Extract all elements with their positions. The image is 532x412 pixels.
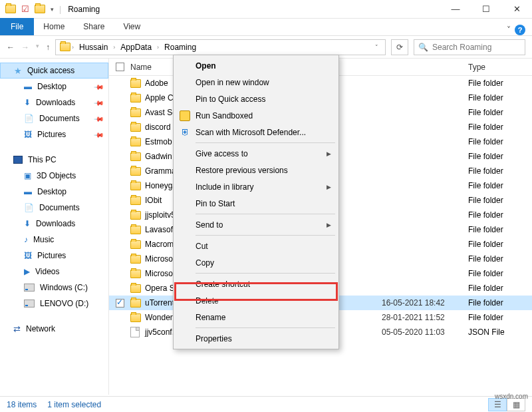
back-button[interactable]: ← bbox=[7, 43, 15, 52]
search-input[interactable]: 🔍 Search Roaming bbox=[414, 39, 525, 55]
folder-icon bbox=[130, 182, 141, 190]
ctx-send-to[interactable]: Send to▶ bbox=[176, 216, 336, 233]
ctx-sandbox[interactable]: Run Sandboxed bbox=[176, 107, 336, 124]
file-type: File folder bbox=[468, 166, 503, 176]
videos-icon: ▶ bbox=[24, 267, 30, 276]
file-type: File folder bbox=[468, 181, 503, 190]
folder-icon bbox=[130, 138, 141, 146]
sidebar-item-desktop[interactable]: ▬Desktop📌 bbox=[0, 79, 108, 95]
file-type: File folder bbox=[468, 225, 503, 234]
pin-icon: 📌 bbox=[94, 97, 104, 108]
drive-icon bbox=[24, 300, 35, 308]
sidebar-network[interactable]: ⇄Network bbox=[0, 321, 108, 337]
file-type: File folder bbox=[468, 152, 503, 161]
select-all-checkbox[interactable] bbox=[116, 63, 124, 71]
file-name: Adobe bbox=[145, 79, 168, 88]
file-type: File folder bbox=[468, 284, 503, 293]
pictures-icon: 🖼 bbox=[24, 251, 32, 260]
tab-view[interactable]: View bbox=[114, 18, 150, 35]
ctx-shortcut[interactable]: Create shortcut bbox=[176, 276, 336, 292]
submenu-icon: ▶ bbox=[327, 184, 331, 190]
breadcrumb-item[interactable]: Roaming bbox=[160, 43, 200, 52]
breadcrumb-item[interactable]: Hussain bbox=[75, 43, 112, 52]
folder-icon bbox=[130, 240, 141, 249]
ctx-open[interactable]: Open bbox=[176, 57, 336, 74]
ctx-delete[interactable]: Delete bbox=[176, 292, 336, 309]
ribbon: File Home Share View ˅ ? bbox=[0, 19, 532, 36]
sidebar-item-music[interactable]: ♪Music bbox=[0, 232, 108, 248]
forward-button[interactable]: → bbox=[21, 43, 29, 52]
sidebar-item-downloads[interactable]: ⬇Downloads📌 bbox=[0, 95, 108, 110]
row-checkbox[interactable] bbox=[116, 299, 124, 308]
tab-home[interactable]: Home bbox=[34, 18, 74, 35]
file-type: File folder bbox=[468, 108, 503, 117]
up-button[interactable]: ↑ bbox=[46, 43, 50, 52]
file-type: File folder bbox=[468, 93, 503, 103]
minimize-button[interactable]: — bbox=[440, 0, 471, 19]
status-bar: 18 items 1 item selected ☰ ▦ bbox=[0, 396, 532, 412]
file-date: 05-05-2020 11:03 bbox=[382, 327, 445, 337]
folder-icon bbox=[130, 152, 141, 161]
folder-icon bbox=[35, 5, 45, 13]
ctx-restore[interactable]: Restore previous versions bbox=[176, 162, 336, 178]
column-type[interactable]: Type bbox=[468, 63, 532, 72]
file-type: File folder bbox=[468, 298, 503, 308]
submenu-icon: ▶ bbox=[327, 222, 331, 228]
folder-icon bbox=[130, 123, 141, 132]
sidebar-item-pictures[interactable]: 🖼Pictures📌 bbox=[0, 126, 108, 142]
breadcrumb-item[interactable]: AppData bbox=[116, 43, 156, 52]
close-button[interactable]: ✕ bbox=[501, 0, 532, 19]
maximize-button[interactable]: ☐ bbox=[471, 0, 501, 19]
folder-icon bbox=[130, 108, 141, 117]
ctx-open-new[interactable]: Open in new window bbox=[176, 74, 336, 91]
file-type: File folder bbox=[468, 269, 503, 278]
folder-icon bbox=[60, 43, 70, 51]
qa-dropdown-icon[interactable]: ▾ bbox=[51, 6, 54, 13]
sidebar-item-drive-c[interactable]: Windows (C:) bbox=[0, 280, 108, 296]
help-icon[interactable]: ? bbox=[515, 25, 525, 35]
file-type: File folder bbox=[468, 196, 503, 205]
check-icon: ☑ bbox=[21, 4, 29, 14]
file-type: File folder bbox=[468, 122, 503, 132]
tab-share[interactable]: Share bbox=[74, 18, 114, 35]
ctx-pin-quick[interactable]: Pin to Quick access bbox=[176, 91, 336, 107]
ctx-defender[interactable]: ⛨Scan with Microsoft Defender... bbox=[176, 124, 336, 140]
history-dropdown-icon[interactable]: ▾ bbox=[36, 43, 39, 52]
3d-icon: ▣ bbox=[24, 171, 31, 180]
tab-file[interactable]: File bbox=[0, 18, 34, 35]
folder-icon bbox=[130, 79, 141, 88]
ctx-copy[interactable]: Copy bbox=[176, 254, 336, 271]
ribbon-expand-icon[interactable]: ˅ bbox=[507, 25, 511, 35]
sidebar-item-videos[interactable]: ▶Videos bbox=[0, 264, 108, 280]
ctx-rename[interactable]: Rename bbox=[176, 309, 336, 325]
chevron-down-icon[interactable]: ˅ bbox=[375, 44, 378, 51]
refresh-button[interactable]: ⟳ bbox=[391, 39, 408, 55]
folder-icon bbox=[130, 211, 141, 220]
ctx-give-access[interactable]: Give access to▶ bbox=[176, 145, 336, 162]
sidebar-item-desktop[interactable]: ▬Desktop bbox=[0, 184, 108, 200]
sidebar: ★ Quick access ▬Desktop📌 ⬇Downloads📌 📄Do… bbox=[0, 59, 109, 395]
file-type: File folder bbox=[468, 254, 503, 264]
sidebar-item-drive-d[interactable]: LENOVO (D:) bbox=[0, 296, 108, 311]
folder-icon bbox=[130, 255, 141, 264]
file-name: jjsploitv5 bbox=[145, 210, 176, 220]
breadcrumb[interactable]: › Hussain › AppData › Roaming ˅ bbox=[55, 39, 386, 55]
drive-icon bbox=[24, 284, 35, 292]
sidebar-this-pc[interactable]: This PC bbox=[0, 152, 108, 168]
folder-icon bbox=[130, 284, 141, 293]
ctx-properties[interactable]: Properties bbox=[176, 330, 336, 347]
ctx-pin-start[interactable]: Pin to Start bbox=[176, 195, 336, 212]
download-icon: ⬇ bbox=[24, 219, 31, 228]
sidebar-item-pictures[interactable]: 🖼Pictures bbox=[0, 248, 108, 264]
ctx-library[interactable]: Include in library▶ bbox=[176, 178, 336, 195]
folder-icon bbox=[5, 5, 16, 13]
sidebar-item-documents[interactable]: 📄Documents📌 bbox=[0, 110, 108, 126]
sidebar-item-downloads[interactable]: ⬇Downloads bbox=[0, 216, 108, 232]
sidebar-item-3d[interactable]: ▣3D Objects bbox=[0, 168, 108, 184]
sidebar-item-documents[interactable]: 📄Documents bbox=[0, 200, 108, 216]
folder-icon bbox=[130, 299, 141, 308]
pin-icon: 📌 bbox=[94, 129, 104, 140]
ctx-cut[interactable]: Cut bbox=[176, 238, 336, 254]
download-icon: ⬇ bbox=[24, 98, 31, 107]
sidebar-quick-access[interactable]: ★ Quick access bbox=[0, 63, 108, 79]
